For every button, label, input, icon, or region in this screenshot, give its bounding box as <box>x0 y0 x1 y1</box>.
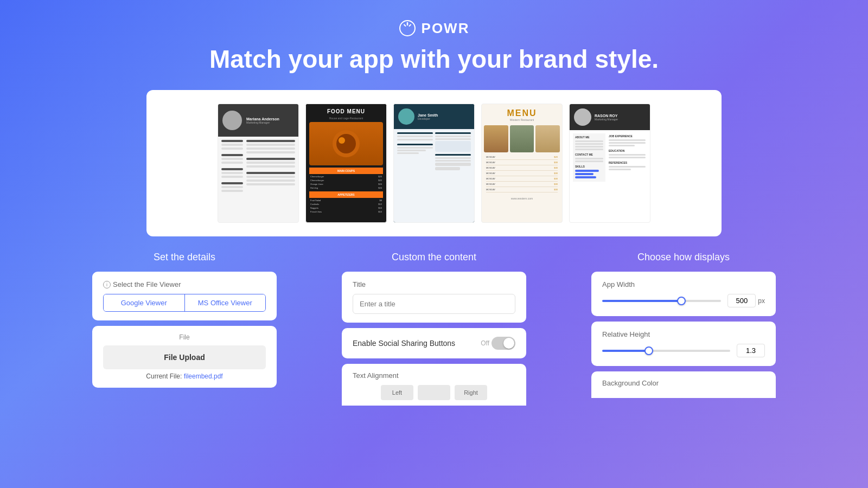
toggle-container[interactable]: Off <box>481 337 515 350</box>
relative-height-input[interactable] <box>737 344 765 357</box>
column-left: Set the details i Select the File Viewer… <box>81 252 288 406</box>
social-sharing-card: Enable Social Sharing Buttons Off <box>342 328 526 358</box>
column-left-title: Set the details <box>154 252 215 263</box>
social-sharing-label: Enable Social Sharing Buttons <box>353 339 455 348</box>
logo-row: POWR <box>399 20 470 37</box>
relative-height-label: Relative Height <box>602 330 765 338</box>
file-label: File <box>103 333 266 341</box>
app-width-track[interactable] <box>602 300 721 302</box>
file-viewer-label: i Select the File Viewer <box>103 280 266 288</box>
app-width-label: App Width <box>602 280 765 288</box>
bottom-section: Set the details i Select the File Viewer… <box>0 236 868 406</box>
app-width-card: App Width px <box>591 272 776 316</box>
column-center-title: Custom the content <box>392 252 476 263</box>
file-viewer-card: i Select the File Viewer Google Viewer M… <box>92 272 277 320</box>
text-alignment-card: Text Alignment Left Right <box>342 364 526 406</box>
toggle-off-text: Off <box>481 339 489 347</box>
current-file: Current File: fileembed.pdf <box>103 373 266 380</box>
carousel-item-2: FOOD MENU House and cage-Restaurant MAIN… <box>305 104 387 223</box>
background-color-card: Background Color <box>591 371 776 398</box>
logo-text: POWR <box>422 20 470 37</box>
text-alignment-label: Text Alignment <box>353 371 515 380</box>
title-card: Title <box>342 272 526 323</box>
column-right-title: Choose how displays <box>637 252 730 263</box>
carousel-item-3: Jane Smith Developer <box>393 104 475 223</box>
relative-height-card: Relative Height <box>591 322 776 366</box>
file-upload-card: File File Upload Current File: fileembed… <box>92 326 277 388</box>
powr-logo-icon <box>399 20 416 37</box>
google-viewer-btn[interactable]: Google Viewer <box>104 294 184 311</box>
background-color-label: Background Color <box>602 379 765 387</box>
carousel-wrapper: Mariana Anderson Marketing Manager <box>146 90 722 236</box>
hero-section: POWR Match your app with your brand styl… <box>0 0 868 236</box>
app-width-thumb[interactable] <box>677 297 686 305</box>
column-right: Choose how displays App Width px Relativ… <box>580 252 787 406</box>
toggle-track[interactable] <box>492 337 515 350</box>
svg-point-2 <box>336 134 356 153</box>
carousel-item-4: MENU Western Restaurant MONDAY$20 MONDAY… <box>481 104 563 223</box>
column-center: Custom the content Title Enable Social S… <box>331 252 537 406</box>
relative-height-thumb[interactable] <box>644 346 653 355</box>
svg-point-3 <box>339 137 345 144</box>
current-file-link[interactable]: fileembed.pdf <box>184 373 223 380</box>
upload-area[interactable]: File Upload <box>103 345 266 369</box>
carousel-item-1: Mariana Anderson Marketing Manager <box>218 104 299 223</box>
align-left-btn[interactable]: Left <box>381 385 413 400</box>
title-label: Title <box>353 280 515 288</box>
title-input[interactable] <box>353 294 515 314</box>
relative-height-track[interactable] <box>602 350 730 352</box>
viewer-btn-group: Google Viewer MS Office Viewer <box>103 294 266 312</box>
toggle-thumb <box>503 338 514 349</box>
align-center-btn[interactable] <box>418 385 450 400</box>
app-width-input[interactable] <box>727 294 756 307</box>
carousel-item-5: RASON ROY Marketing Manager ABOUT ME CON… <box>569 104 650 223</box>
align-right-btn[interactable]: Right <box>455 385 487 400</box>
app-width-unit: px <box>758 297 765 305</box>
hero-title: Match your app with your brand style. <box>209 44 659 74</box>
ms-office-viewer-btn[interactable]: MS Office Viewer <box>184 294 266 311</box>
info-icon: i <box>103 281 111 288</box>
